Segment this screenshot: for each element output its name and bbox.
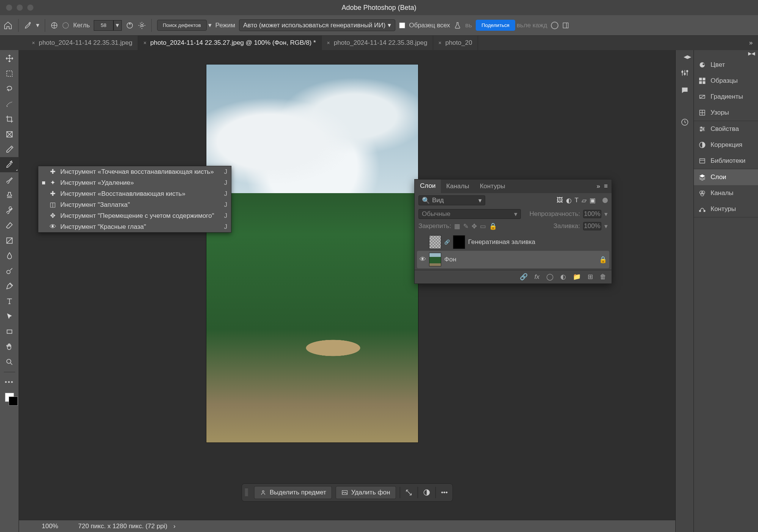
- remove-bg-button[interactable]: Удалить фон: [336, 486, 396, 499]
- panel-channels[interactable]: Каналы: [694, 185, 758, 201]
- flyout-content-aware-move[interactable]: ✥ Инструмент "Перемещение с учетом содер…: [38, 210, 231, 221]
- mode-dropdown[interactable]: Авто (может использоваться генеративный …: [239, 19, 395, 31]
- flyout-healing-brush[interactable]: ✚ Инструмент «Восстанавливающая кисть» J: [38, 188, 231, 199]
- fill-value[interactable]: 100%: [583, 222, 601, 230]
- adjustment-icon[interactable]: [421, 488, 431, 497]
- path-select-tool[interactable]: [0, 309, 19, 324]
- panel-gradients[interactable]: Градиенты: [694, 89, 758, 105]
- canvas[interactable]: ✚ Инструмент «Точечная восстанавливающая…: [19, 50, 675, 520]
- beaker-icon[interactable]: [454, 22, 461, 29]
- collapse-icon[interactable]: »: [597, 183, 600, 190]
- tab-doc-3[interactable]: ×photo_2024-11-14 22.35.38.jpeg: [322, 36, 433, 50]
- chevron-down-icon[interactable]: ▾: [36, 21, 39, 29]
- frame-tool[interactable]: [0, 127, 19, 142]
- chevron-right-icon[interactable]: ›: [173, 523, 176, 530]
- transform-icon[interactable]: [404, 488, 414, 497]
- blend-mode-dropdown[interactable]: Обычные ▾: [418, 209, 521, 219]
- filter-smart-icon[interactable]: ▣: [590, 197, 596, 205]
- zoom-tool[interactable]: [0, 354, 19, 370]
- healing-brush-icon[interactable]: [24, 21, 32, 30]
- flyout-remove[interactable]: ✦ Инструмент «Удаление» J: [38, 177, 231, 188]
- color-swatches[interactable]: [5, 393, 14, 402]
- lock-icon[interactable]: 🔒: [599, 256, 607, 264]
- lock-all-icon[interactable]: 🔒: [489, 222, 497, 230]
- lock-position-icon[interactable]: ✥: [472, 222, 477, 230]
- mask-icon[interactable]: ◯: [546, 273, 554, 281]
- type-tool[interactable]: [0, 294, 19, 309]
- blur-tool[interactable]: [0, 248, 19, 263]
- tab-paths[interactable]: Контуры: [475, 179, 511, 193]
- healing-tool-group[interactable]: [0, 157, 19, 172]
- workspace-icon[interactable]: [562, 22, 569, 29]
- tabs-overflow[interactable]: »: [744, 36, 758, 50]
- panel-color[interactable]: Цвет: [694, 57, 758, 73]
- more-icon[interactable]: •••: [439, 488, 449, 497]
- flyout-spot-healing[interactable]: ✚ Инструмент «Точечная восстанавливающая…: [38, 166, 231, 177]
- brush-tip-dotted-icon[interactable]: [62, 22, 69, 29]
- layer-row[interactable]: 🔗 Генеративная заливка: [417, 233, 609, 251]
- stamp-tool[interactable]: [0, 187, 19, 203]
- filter-adjust-icon[interactable]: ◐: [566, 197, 572, 205]
- zoom-value[interactable]: 100%: [42, 523, 72, 530]
- pen-tool[interactable]: [0, 279, 19, 294]
- crop-tool[interactable]: [0, 112, 19, 127]
- new-layer-icon[interactable]: ⊞: [588, 273, 593, 281]
- layer-thumbnail[interactable]: [429, 253, 441, 266]
- layer-filter-dropdown[interactable]: 🔍 Вид ▾: [418, 195, 485, 205]
- lock-transparency-icon[interactable]: ▦: [454, 222, 460, 230]
- group-icon[interactable]: 📁: [573, 273, 581, 281]
- history-icon[interactable]: [681, 118, 689, 126]
- filter-toggle[interactable]: [602, 198, 608, 203]
- sample-all-checkbox[interactable]: [399, 22, 405, 28]
- history-brush-tool[interactable]: [0, 203, 19, 218]
- expand-icon[interactable]: ◀▶: [684, 54, 691, 60]
- lock-artboard-icon[interactable]: ▭: [480, 222, 486, 230]
- link-icon[interactable]: 🔗: [444, 239, 450, 245]
- chevron-down-icon[interactable]: ▾: [604, 210, 608, 218]
- chevron-down-icon[interactable]: ▾: [208, 21, 212, 29]
- panel-libraries[interactable]: Библиотеки: [694, 153, 758, 169]
- comments-icon[interactable]: [681, 86, 689, 94]
- panel-properties[interactable]: Свойства: [694, 121, 758, 137]
- close-icon[interactable]: ×: [327, 40, 330, 46]
- panel-layers[interactable]: Слои: [694, 169, 758, 185]
- kegl-input[interactable]: [94, 20, 113, 31]
- close-icon[interactable]: ×: [143, 40, 146, 46]
- marquee-tool[interactable]: [0, 66, 19, 81]
- opacity-value[interactable]: 100%: [583, 210, 601, 218]
- search-icon[interactable]: [551, 22, 558, 29]
- close-icon[interactable]: [6, 5, 12, 11]
- link-layers-icon[interactable]: 🔗: [520, 273, 528, 281]
- chevron-down-icon[interactable]: ▾: [604, 222, 608, 230]
- minimize-icon[interactable]: [17, 5, 23, 11]
- shape-tool[interactable]: [0, 324, 19, 339]
- filter-type-icon[interactable]: T: [575, 197, 579, 204]
- layer-row[interactable]: 👁 Фон 🔒: [417, 251, 609, 268]
- find-defects-button[interactable]: Поиск дефектов: [157, 20, 207, 31]
- close-icon[interactable]: ×: [439, 40, 442, 46]
- quick-select-tool[interactable]: [0, 96, 19, 112]
- trash-icon[interactable]: 🗑: [600, 273, 606, 281]
- gradient-tool[interactable]: [0, 233, 19, 248]
- brush-tip-icon[interactable]: [50, 22, 58, 29]
- close-icon[interactable]: ×: [32, 40, 35, 46]
- home-icon[interactable]: [3, 21, 13, 30]
- tab-doc-2[interactable]: ×photo_2024-11-14 22.35.27.jpeg @ 100% (…: [138, 36, 322, 50]
- hand-tool[interactable]: [0, 339, 19, 354]
- panel-menu-icon[interactable]: ≡: [604, 183, 608, 190]
- adjustment-icon[interactable]: ◐: [560, 273, 566, 281]
- share-button[interactable]: Поделиться: [476, 20, 515, 31]
- lock-paint-icon[interactable]: ✎: [463, 222, 469, 230]
- tab-doc-1[interactable]: ×photo_2024-11-14 22.35.31.jpeg: [27, 36, 138, 50]
- visibility-icon[interactable]: 👁: [419, 256, 426, 263]
- pressure-size-icon[interactable]: [126, 21, 134, 30]
- panel-paths[interactable]: Контуры: [694, 201, 758, 217]
- zoom-icon[interactable]: [27, 5, 33, 11]
- eraser-tool[interactable]: [0, 218, 19, 233]
- eyedropper-tool[interactable]: [0, 142, 19, 157]
- lasso-tool[interactable]: [0, 81, 19, 96]
- panel-patterns[interactable]: Узоры: [694, 105, 758, 121]
- tab-layers[interactable]: Слои: [415, 179, 441, 193]
- panel-swatches[interactable]: Образцы: [694, 73, 758, 89]
- brush-tool[interactable]: [0, 172, 19, 187]
